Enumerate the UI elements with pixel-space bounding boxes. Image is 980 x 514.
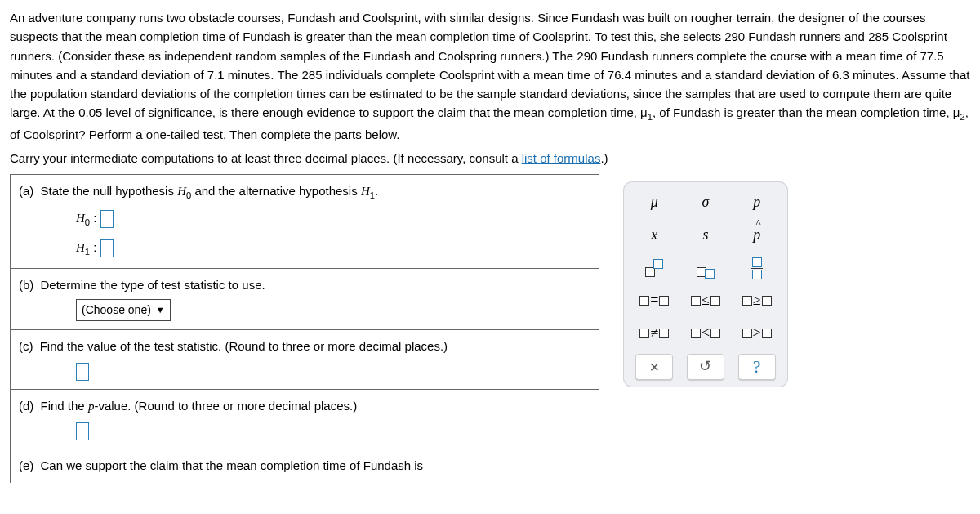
test-statistic-input[interactable] xyxy=(76,363,89,381)
part-e: (e) Can we support the claim that the me… xyxy=(11,449,599,483)
chevron-down-icon: ▼ xyxy=(156,303,165,317)
ne-button[interactable]: ≠ xyxy=(636,321,672,346)
instructions: Carry your intermediate computations to … xyxy=(10,149,970,168)
ge-button[interactable]: ≥ xyxy=(739,288,775,313)
h1-input[interactable] xyxy=(100,239,114,257)
sigma-button[interactable]: σ xyxy=(688,190,724,215)
formulas-link[interactable]: list of formulas xyxy=(522,151,601,165)
problem-statement: An adventure company runs two obstacle c… xyxy=(10,8,970,144)
test-statistic-dropdown[interactable]: (Choose one)▼ xyxy=(76,299,171,322)
subscript-button[interactable] xyxy=(688,256,724,280)
lt-button[interactable]: < xyxy=(688,321,724,346)
part-c: (c) Find the value of the test statistic… xyxy=(11,330,599,389)
equals-button[interactable]: = xyxy=(636,288,672,313)
part-a: (a) State the null hypothesis H0 and the… xyxy=(11,175,599,268)
p-button[interactable]: p xyxy=(739,190,775,215)
mu-button[interactable]: μ xyxy=(636,190,672,215)
h0-input[interactable] xyxy=(100,210,114,228)
xbar-button[interactable]: x xyxy=(636,223,672,248)
phat-button[interactable]: p xyxy=(739,223,775,248)
question-box: (a) State the null hypothesis H0 and the… xyxy=(10,174,599,483)
part-d: (d) Find the p-value. (Round to three or… xyxy=(11,390,599,449)
le-button[interactable]: ≤ xyxy=(688,288,724,313)
gt-button[interactable]: > xyxy=(739,321,775,346)
fraction-button[interactable] xyxy=(739,256,775,280)
symbol-panel: μ σ p x s p = ≤ xyxy=(624,182,787,387)
part-b: (b) Determine the type of test statistic… xyxy=(11,269,599,331)
p-value-input[interactable] xyxy=(76,422,89,440)
s-button[interactable]: s xyxy=(688,223,724,248)
close-button[interactable]: × xyxy=(635,354,673,380)
help-button[interactable]: ? xyxy=(738,354,776,380)
undo-button[interactable]: ↺ xyxy=(687,354,724,380)
superscript-button[interactable] xyxy=(636,256,672,280)
